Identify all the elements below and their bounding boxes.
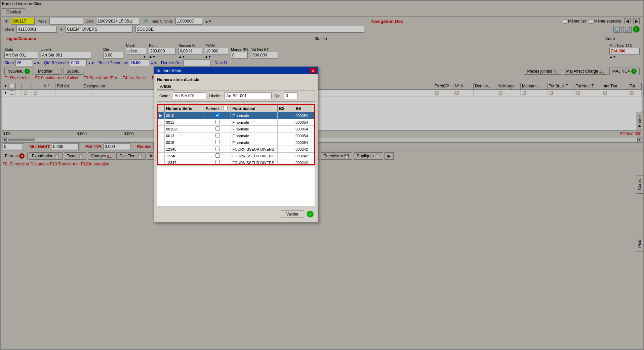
row-fournisseur: F normale	[231, 126, 278, 132]
row-arrow-icon	[158, 153, 165, 159]
row-selection[interactable]	[204, 153, 231, 159]
table-row[interactable]: 0011F normale000054	[158, 119, 314, 126]
row-selection-checkbox[interactable]	[215, 133, 220, 138]
select-all-serial-checkbox[interactable]	[223, 106, 228, 110]
row-be: 000054	[294, 139, 314, 146]
row-bs	[278, 153, 294, 159]
main-window: Bon de Livraison Client Général N° Pièce…	[0, 0, 644, 350]
table-row[interactable]: 0015F normale000054	[158, 139, 314, 146]
row-be: 000054	[294, 112, 314, 119]
serial-number-table: Numéro Série Selecti... Fournisseur BS	[158, 105, 314, 165]
modal-fields-row: Code : Libelle : Qte:	[159, 92, 313, 99]
row-serie: 12347	[164, 159, 204, 165]
th-fournisseur: Fournisseur	[231, 105, 278, 112]
row-be: 000054	[294, 132, 314, 139]
row-bs	[278, 112, 294, 119]
row-bs	[278, 132, 294, 139]
row-serie: 001525	[164, 126, 204, 132]
table-row[interactable]: 12345FOURNISSEUR DIVERS000242	[158, 146, 314, 153]
row-selection-checkbox[interactable]	[215, 126, 220, 131]
row-be: 000242	[294, 153, 314, 159]
serial-table-body: ▶0010F normale0000540011F normale0000540…	[158, 112, 314, 165]
row-fournisseur: FOURNISSEUR DIVERS	[231, 159, 278, 165]
row-selection[interactable]	[204, 132, 231, 139]
valider-check-icon[interactable]: ✓	[307, 211, 314, 218]
row-selection-checkbox[interactable]	[215, 147, 220, 151]
row-fournisseur: F normale	[231, 132, 278, 139]
row-selection-checkbox[interactable]	[215, 140, 220, 144]
serial-table-header-row: Numéro Série Selecti... Fournisseur BS	[158, 105, 314, 112]
modal-libelle-input[interactable]	[225, 92, 272, 99]
row-fournisseur: FOURNISSEUR DIVERS	[231, 153, 278, 159]
valider-button[interactable]: Valider	[281, 210, 304, 218]
modal-libelle-label: Libelle :	[209, 94, 222, 98]
row-selection-checkbox[interactable]	[215, 153, 220, 158]
row-serie: 0015	[164, 139, 204, 146]
valider-row: Valider ✓	[157, 209, 315, 219]
row-serie: 0010	[164, 112, 204, 119]
row-serie: 12346	[164, 153, 204, 159]
row-fournisseur: FOURNISSEUR DIVERS	[231, 146, 278, 153]
modal-close-button[interactable]: ✕	[310, 68, 316, 73]
table-row[interactable]: ▶0010F normale000054	[158, 112, 314, 119]
row-selection[interactable]	[204, 126, 231, 132]
modal-overlay	[1, 1, 643, 349]
row-arrow-icon	[158, 146, 165, 153]
row-fournisseur: F normale	[231, 112, 278, 119]
row-selection[interactable]	[204, 112, 231, 119]
th-selection: Selecti...	[204, 105, 231, 112]
row-serie: 0013	[164, 132, 204, 139]
row-bs	[278, 139, 294, 146]
modal-code-label: Code :	[159, 94, 170, 98]
row-fournisseur: F normale	[231, 139, 278, 146]
row-selection[interactable]	[204, 139, 231, 146]
modal-qte-label: Qte:	[274, 94, 281, 98]
modal-qte-input[interactable]	[284, 92, 297, 99]
modal-article-tab[interactable]: Article	[157, 84, 315, 89]
modal-empty-area	[157, 166, 315, 206]
row-bs	[278, 159, 294, 165]
row-be: 000242	[294, 159, 314, 165]
numero-serie-modal: Numéro Série ✕ Numéro série d'article Ar…	[154, 66, 318, 223]
row-arrow-icon	[158, 132, 165, 139]
row-serie: 12345	[164, 146, 204, 153]
row-arrow-icon: ▶	[158, 112, 165, 119]
modal-subtitle: Numéro série d'article	[157, 77, 315, 82]
modal-article-section: Code : Libelle : Qte:	[157, 90, 315, 102]
modal-title: Numéro Série	[156, 68, 181, 73]
row-bs	[278, 146, 294, 153]
row-selection-checkbox[interactable]	[215, 160, 220, 164]
th-numero-serie: Numéro Série	[164, 105, 204, 112]
row-serie: 0011	[164, 119, 204, 126]
row-arrow-icon	[158, 119, 165, 126]
row-selection[interactable]	[204, 119, 231, 126]
row-bs	[278, 119, 294, 126]
modal-titlebar: Numéro Série ✕	[154, 67, 318, 74]
row-be: 000242	[294, 146, 314, 153]
row-selection-checkbox[interactable]	[215, 113, 220, 117]
modal-code-input[interactable]	[173, 92, 206, 99]
th-be: BE	[294, 105, 314, 112]
serial-table-header: Numéro Série Selecti... Fournisseur BS	[158, 105, 314, 112]
modal-body: Numéro série d'article Article Code : Li…	[154, 74, 318, 222]
table-row[interactable]: 12346FOURNISSEUR DIVERS000242	[158, 153, 314, 159]
row-selection[interactable]	[204, 159, 231, 165]
serial-number-table-container: Numéro Série Selecti... Fournisseur BS	[157, 104, 315, 165]
row-selection[interactable]	[204, 146, 231, 153]
table-row[interactable]: 12347FOURNISSEUR DIVERS000242	[158, 159, 314, 165]
th-arrow	[158, 105, 165, 112]
row-be: 000054	[294, 126, 314, 132]
row-selection-checkbox[interactable]	[215, 120, 220, 124]
row-be: 000054	[294, 119, 314, 126]
row-arrow-icon	[158, 159, 165, 165]
th-bs: BS	[278, 105, 294, 112]
row-fournisseur: F normale	[231, 119, 278, 126]
row-bs	[278, 126, 294, 132]
row-arrow-icon	[158, 139, 165, 146]
table-row[interactable]: 001525F normale000054	[158, 126, 314, 132]
table-row[interactable]: 0013F normale000054	[158, 132, 314, 139]
row-arrow-icon	[158, 126, 165, 132]
